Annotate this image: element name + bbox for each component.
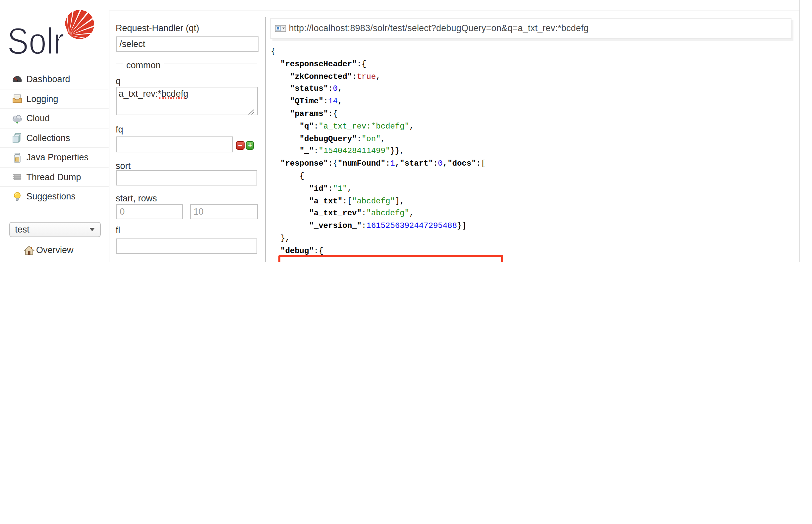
svg-text:Solr: Solr <box>9 20 64 55</box>
